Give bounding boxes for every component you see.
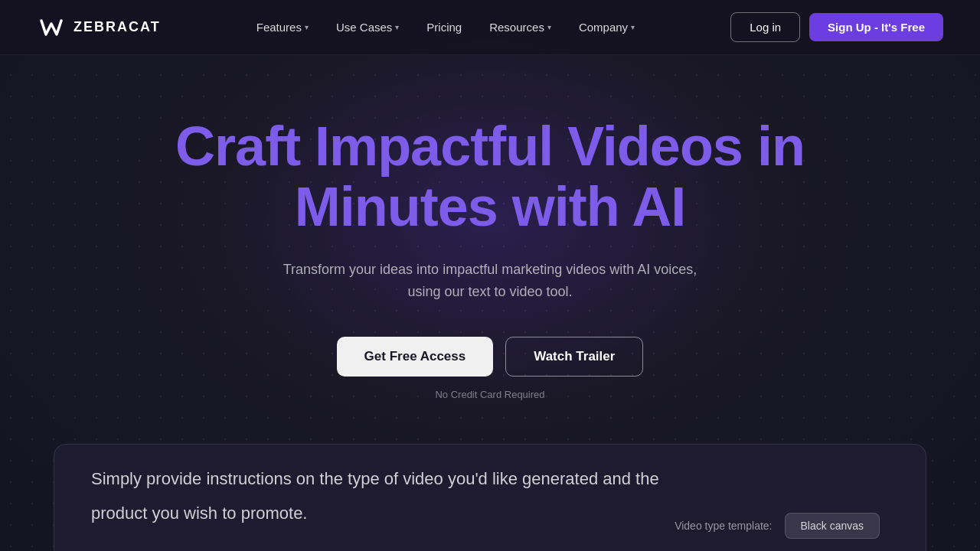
logo[interactable]: ZEBRACAT: [37, 13, 161, 42]
hero-cta-group: Get Free Access Watch Trailer: [337, 337, 644, 377]
nav-item-company[interactable]: Company ▾: [568, 15, 645, 40]
svg-rect-0: [37, 13, 66, 42]
nav-item-use-cases[interactable]: Use Cases ▾: [325, 15, 410, 40]
nav-actions: Log in Sign Up - It's Free: [730, 12, 943, 42]
navbar: ZEBRACAT Features ▾ Use Cases ▾ Pricing …: [0, 0, 980, 55]
watch-trailer-button[interactable]: Watch Trailer: [505, 337, 643, 377]
template-value[interactable]: Black canvas: [785, 513, 880, 539]
video-preview: Simply provide instructions on the type …: [54, 444, 926, 551]
nav-links: Features ▾ Use Cases ▾ Pricing Resources…: [246, 15, 645, 40]
hero-subtitle: Transform your ideas into impactful mark…: [276, 259, 704, 303]
no-credit-card-notice: No Credit Card Required: [435, 389, 544, 400]
video-template-selector: Video type template: Black canvas: [675, 513, 880, 551]
signup-button[interactable]: Sign Up - It's Free: [809, 13, 943, 41]
chevron-down-icon: ▾: [305, 23, 309, 31]
nav-item-pricing[interactable]: Pricing: [416, 15, 472, 40]
login-button[interactable]: Log in: [730, 12, 800, 42]
template-label: Video type template:: [675, 520, 772, 532]
nav-item-features[interactable]: Features ▾: [246, 15, 319, 40]
chevron-down-icon: ▾: [395, 23, 399, 31]
hero-title: Craft Impactful Videos in Minutes with A…: [175, 116, 805, 237]
nav-item-resources[interactable]: Resources ▾: [479, 15, 562, 40]
video-text-line-1: Simply provide instructions on the type …: [91, 466, 889, 491]
chevron-down-icon: ▾: [631, 23, 635, 31]
logo-icon: [37, 13, 66, 42]
hero-section: Craft Impactful Videos in Minutes with A…: [0, 55, 980, 400]
get-free-access-button[interactable]: Get Free Access: [337, 337, 494, 377]
chevron-down-icon: ▾: [547, 23, 551, 31]
brand-name: ZEBRACAT: [74, 19, 161, 35]
